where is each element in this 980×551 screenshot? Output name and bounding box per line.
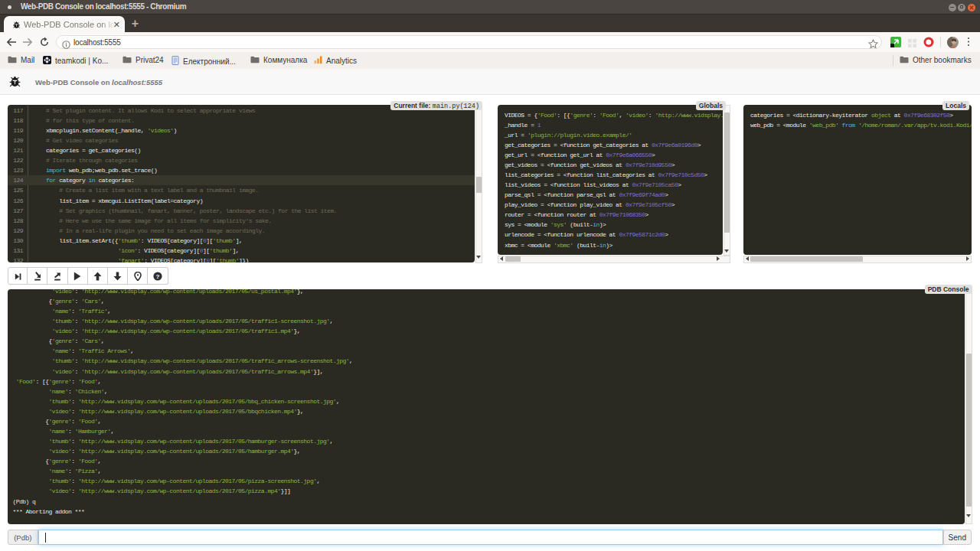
svg-text:?: ? bbox=[155, 273, 159, 280]
